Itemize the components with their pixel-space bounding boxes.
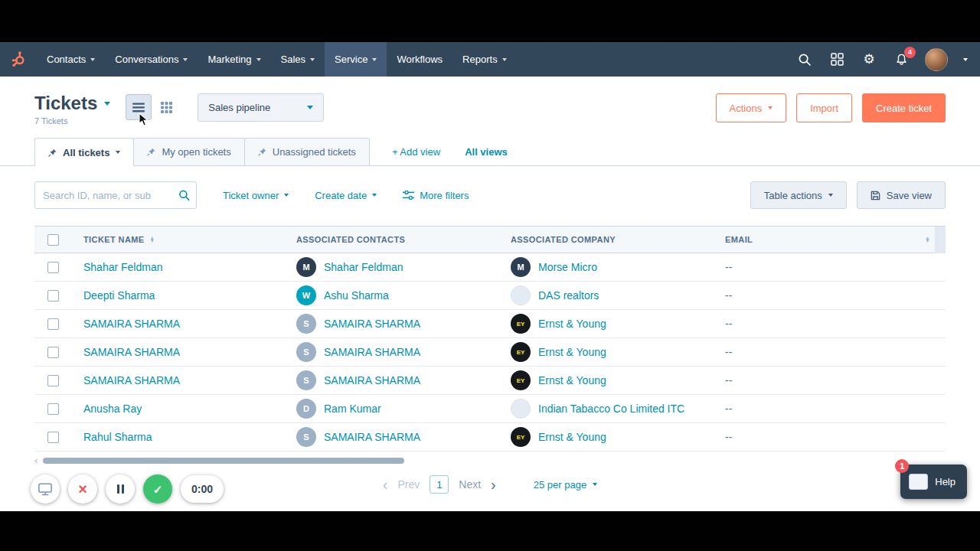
nav-item-workflows[interactable]: Workflows	[387, 42, 452, 77]
ticket-owner-filter[interactable]: Ticket owner	[223, 190, 289, 201]
email-value: --	[725, 403, 732, 415]
ticket-name-link[interactable]: SAMAIRA SHARMA	[83, 374, 180, 386]
row-checkbox[interactable]	[47, 262, 59, 273]
company-avatar: M	[511, 257, 531, 277]
ticket-name-link[interactable]: SAMAIRA SHARMA	[83, 346, 180, 358]
prev-page-chevron-icon[interactable]: ‹	[383, 478, 388, 491]
chevron-down-icon	[502, 58, 507, 61]
company-link[interactable]: Ernst & Young	[538, 318, 606, 330]
row-checkbox[interactable]	[47, 318, 59, 330]
pin-icon	[258, 148, 266, 156]
account-chevron-down-icon[interactable]	[963, 58, 968, 61]
company-link[interactable]: Morse Micro	[538, 261, 597, 273]
ticket-name-link[interactable]: Deepti Sharma	[83, 289, 155, 302]
search-input[interactable]	[34, 181, 197, 209]
chevron-down-icon	[372, 58, 377, 61]
board-view-button[interactable]	[153, 94, 179, 120]
ticket-name-link[interactable]: SAMAIRA SHARMA	[83, 318, 180, 330]
user-avatar[interactable]	[925, 48, 948, 71]
email-value: --	[725, 346, 732, 358]
nav-item-reports[interactable]: Reports	[452, 42, 517, 77]
page-size-select[interactable]: 25 per page	[534, 479, 597, 491]
contact-link[interactable]: SAMAIRA SHARMA	[324, 431, 420, 443]
scroll-left-icon[interactable]: ‹	[34, 455, 38, 465]
ticket-name-link[interactable]: Rahul Sharma	[83, 431, 152, 443]
chevron-down-icon	[310, 58, 315, 61]
nav-item-contacts[interactable]: Contacts	[37, 42, 105, 77]
row-checkbox[interactable]	[47, 290, 59, 302]
tab-unassigned-tickets[interactable]: Unassigned tickets	[244, 138, 370, 165]
recorder-camera-button[interactable]	[31, 474, 60, 504]
list-view-button[interactable]	[126, 94, 152, 120]
title-chevron-down-icon[interactable]	[104, 102, 110, 106]
pipeline-select[interactable]: Sales pipeline	[198, 93, 324, 122]
notifications-bell-icon[interactable]: 4	[893, 51, 910, 68]
company-link[interactable]: Indian Tabacco Co Limited ITC	[538, 403, 684, 415]
column-header-associated-company[interactable]: ASSOCIATED COMPANY	[498, 227, 713, 253]
more-filters-button[interactable]: More filters	[403, 190, 469, 201]
contact-link[interactable]: Shahar Feldman	[324, 261, 403, 273]
sort-icon[interactable]: ▲▼	[925, 236, 930, 243]
view-toggle	[126, 94, 179, 120]
column-header-ticket-name[interactable]: TICKET NAME ▲▼	[71, 227, 284, 253]
select-all-checkbox[interactable]	[47, 234, 59, 246]
add-view-link[interactable]: + Add view	[392, 146, 440, 158]
search-icon[interactable]	[796, 51, 813, 68]
help-badge: 1	[895, 459, 909, 473]
current-page-button[interactable]: 1	[430, 475, 449, 494]
recorder-cancel-button[interactable]: ×	[68, 474, 97, 504]
all-views-link[interactable]: All views	[465, 146, 508, 158]
page-size-chevron-down-icon	[593, 483, 597, 486]
nav-item-marketing[interactable]: Marketing	[198, 42, 270, 77]
save-view-button[interactable]: Save view	[857, 181, 946, 209]
nav-item-service[interactable]: Service	[325, 42, 387, 77]
tab-my-open-tickets[interactable]: My open tickets	[133, 138, 244, 165]
letterbox-bottom	[0, 511, 980, 551]
nav-item-conversations[interactable]: Conversations	[105, 42, 198, 77]
table-search-icon[interactable]	[178, 190, 190, 201]
marketplace-icon[interactable]	[828, 51, 845, 68]
contact-link[interactable]: SAMAIRA SHARMA	[324, 318, 420, 330]
tab-all-tickets[interactable]: All tickets	[34, 138, 134, 166]
scrollbar-thumb[interactable]	[43, 458, 404, 464]
contact-avatar: S	[296, 342, 316, 362]
row-checkbox[interactable]	[47, 375, 59, 386]
table-actions-button[interactable]: Table actions	[750, 181, 847, 209]
contact-link[interactable]: Ram Kumar	[324, 403, 381, 415]
column-header-associated-contacts[interactable]: ASSOCIATED CONTACTS	[284, 227, 498, 253]
actions-button[interactable]: Actions	[716, 93, 787, 122]
contact-avatar: M	[296, 257, 316, 277]
company-link[interactable]: Ernst & Young	[538, 346, 606, 358]
contact-link[interactable]: SAMAIRA SHARMA	[324, 374, 420, 386]
recorder-pause-button[interactable]	[106, 474, 135, 504]
row-checkbox[interactable]	[47, 347, 59, 358]
ticket-name-link[interactable]: Shahar Feldman	[83, 261, 163, 273]
settings-gear-icon[interactable]: ⚙	[861, 51, 877, 68]
create-ticket-button[interactable]: Create ticket	[862, 93, 946, 122]
next-page-chevron-icon[interactable]: ›	[491, 478, 496, 491]
company-avatar	[511, 399, 531, 419]
company-link[interactable]: Ernst & Young	[538, 431, 606, 443]
recorder-finish-button[interactable]: ✓	[143, 474, 172, 504]
nav-item-sales[interactable]: Sales	[271, 42, 325, 77]
create-date-filter[interactable]: Create date	[315, 190, 377, 201]
actions-chevron-down-icon	[768, 106, 773, 109]
sort-icon[interactable]: ▲▼	[150, 236, 155, 243]
help-label: Help	[935, 476, 956, 487]
contact-link[interactable]: Ashu Sharma	[324, 289, 389, 302]
company-link[interactable]: DAS realtors	[538, 289, 599, 302]
tab-label: Unassigned tickets	[273, 146, 356, 158]
column-header-email[interactable]: EMAIL ▲▼	[713, 227, 946, 253]
board-view-icon	[161, 102, 172, 113]
contact-link[interactable]: SAMAIRA SHARMA	[324, 346, 420, 358]
prev-page-button[interactable]: Prev	[398, 478, 420, 491]
next-page-button[interactable]: Next	[459, 478, 481, 491]
ticket-name-link[interactable]: Anusha Ray	[83, 403, 142, 415]
help-widget[interactable]: 1 Help	[900, 465, 967, 499]
hubspot-logo-icon[interactable]	[0, 42, 37, 77]
company-link[interactable]: Ernst & Young	[538, 374, 606, 386]
title-block: Tickets 7 Tickets	[34, 93, 110, 126]
import-button[interactable]: Import	[796, 93, 852, 122]
row-checkbox[interactable]	[47, 432, 59, 443]
row-checkbox[interactable]	[47, 403, 59, 415]
